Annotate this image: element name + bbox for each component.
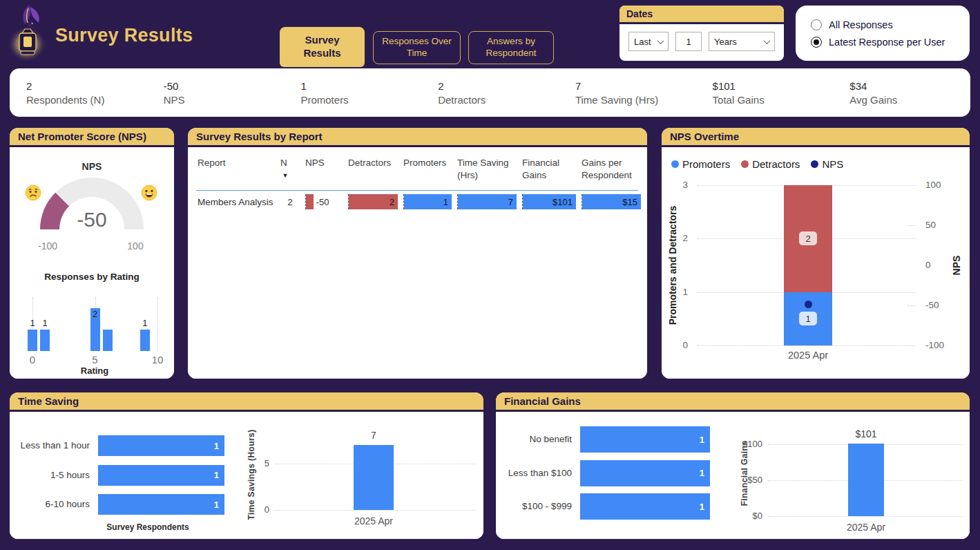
gridline	[275, 510, 475, 511]
kpi-value: $101	[713, 80, 834, 92]
bar-label-promoters: 1	[799, 312, 817, 325]
kpi-label: Detractors	[438, 94, 559, 106]
right-axis-tick: -50	[925, 300, 953, 310]
column-bar-2025-apr[interactable]	[848, 444, 884, 516]
responses-by-rating-chart: 05101121	[10, 147, 174, 379]
financial-gains-title: Financial Gains	[496, 392, 970, 412]
radio-label: All Responses	[829, 19, 893, 30]
gridline	[698, 345, 916, 346]
x-axis-label: 2025 Apr	[832, 522, 901, 533]
histogram-bar[interactable]	[140, 330, 150, 351]
chevron-down-icon	[657, 37, 664, 44]
table-cell-databar: -50	[305, 194, 343, 209]
x-axis-label: 2025 Apr	[339, 515, 408, 527]
date-number-input[interactable]: 1	[675, 32, 702, 51]
x-tick-label: 10	[147, 354, 168, 366]
gridline	[768, 516, 963, 517]
nps-panel-title: Net Promoter Score (NPS)	[10, 128, 174, 147]
column-header-n[interactable]: N▼	[280, 157, 300, 181]
dates-filter-body: Last 1 Years	[619, 24, 784, 59]
tab-survey-results[interactable]: Survey Results	[280, 27, 365, 67]
histogram-bar[interactable]	[28, 330, 37, 351]
report-table-title: Survey Results by Report	[188, 128, 647, 147]
bar-label: 2	[87, 309, 104, 319]
nps-panel: Net Promoter Score (NPS) NPS	[10, 128, 174, 379]
kpi-label: Total Gains	[713, 94, 834, 106]
time-saving-body: Survey Respondents Time Savings (Hours) …	[10, 412, 483, 539]
data-bar[interactable]	[306, 194, 314, 209]
date-operator-value: Last	[634, 37, 651, 47]
report-table-body: ReportN▼NPSDetractorsPromotersTime Savin…	[188, 147, 647, 379]
data-bar[interactable]: 7	[458, 194, 517, 209]
right-axis-tick: 0	[925, 260, 953, 270]
x-axis-label: 2025 Apr	[774, 350, 843, 361]
kpi-strip: 2Respondents (N)-50NPS1Promoters2Detract…	[10, 68, 970, 117]
histogram-bar[interactable]	[40, 330, 50, 351]
table-cell-databar: 1	[403, 194, 452, 209]
kpi-label: NPS	[164, 94, 285, 106]
y-axis-tick: 5	[244, 458, 269, 468]
right-axis-tick: 100	[925, 180, 953, 190]
column-header-time-saving-hrs[interactable]: Time Saving (Hrs)	[457, 157, 517, 181]
kpi-value: 2	[26, 80, 147, 92]
data-bar[interactable]: 2	[349, 194, 398, 209]
column-header-nps[interactable]: NPS	[305, 157, 343, 181]
dates-filter-title: Dates	[619, 6, 784, 24]
financial-monthly-chart: $0$50$100$1012025 Apr	[496, 412, 970, 539]
kpi-value: 7	[575, 80, 696, 92]
left-axis-tick: 2	[669, 233, 688, 243]
table-header-row: ReportN▼NPSDetractorsPromotersTime Savin…	[198, 157, 642, 181]
y-axis-tick: $50	[736, 475, 762, 485]
firefly-lantern-logo	[6, 1, 51, 65]
column-header-gains-per-respondent[interactable]: Gains per Respondent	[582, 157, 641, 181]
column-header-report[interactable]: Report	[198, 157, 275, 181]
date-unit-value: Years	[714, 37, 737, 47]
column-header-financial-gains[interactable]: Financial Gains	[522, 157, 576, 181]
time-saving-monthly-chart: 0572025 Apr	[10, 412, 483, 539]
radio-selected-icon[interactable]	[811, 37, 822, 48]
bar-label-detractors: 2	[799, 231, 817, 245]
right-axis-tick: -100	[925, 340, 953, 350]
radio-option-all-responses[interactable]: All Responses	[811, 19, 970, 30]
response-filter: All ResponsesLatest Response per User	[796, 6, 970, 61]
nps-overtime-panel: NPS Overtime PromotersDetractorsNPS Prom…	[662, 128, 970, 379]
y-axis-tick: $100	[736, 439, 762, 449]
data-bar[interactable]: 1	[404, 194, 452, 209]
tab-responses-over-time[interactable]: Responses Over Time	[373, 31, 461, 64]
report-table-panel: Survey Results by Report ReportN▼NPSDetr…	[188, 128, 647, 379]
left-axis-tick: 1	[669, 287, 688, 297]
bar-value-label: 7	[346, 430, 401, 441]
kpi-detractors: 2Detractors	[421, 80, 559, 106]
column-bar-2025-apr[interactable]	[354, 445, 394, 510]
nps-point[interactable]	[805, 301, 812, 308]
tab-answers-by-respondent[interactable]: Answers by Respondent	[468, 31, 554, 64]
bar-value-label: $101	[838, 428, 894, 439]
gridline-stub	[907, 225, 916, 226]
financial-gains-body: Financial Gains No benefit1Less than $10…	[496, 412, 970, 539]
radio-option-latest-response-per-user[interactable]: Latest Response per User	[811, 37, 970, 48]
date-unit-select[interactable]: Years	[709, 32, 775, 51]
histogram-bar[interactable]	[103, 330, 113, 351]
kpi-value: 2	[438, 80, 559, 92]
left-axis-tick: 3	[669, 180, 688, 190]
sort-descending-icon: ▼	[280, 172, 290, 180]
date-operator-select[interactable]: Last	[628, 32, 669, 51]
x-tick-label: 0	[22, 354, 43, 366]
table-cell-databar: 7	[457, 194, 517, 209]
table-cell-databar: $101	[522, 194, 576, 209]
x-tick-label: 5	[85, 354, 106, 366]
bar-label: 1	[137, 318, 153, 328]
kpi-label: Avg Gains	[849, 94, 970, 106]
dashboard: Survey Results Dates Last 1 Years All Re…	[0, 0, 980, 550]
radio-unselected-icon[interactable]	[811, 19, 822, 30]
column-header-promoters[interactable]: Promoters	[403, 157, 452, 181]
table-row[interactable]: Members Analysis2-50217$101$15	[198, 194, 642, 209]
column-header-detractors[interactable]: Detractors	[348, 157, 398, 181]
header-separator	[196, 190, 638, 191]
gridline	[157, 297, 158, 351]
data-bar[interactable]: $15	[582, 194, 641, 209]
page-title: Survey Results	[55, 25, 193, 46]
data-bar[interactable]: $101	[523, 194, 576, 209]
kpi-nps: -50NPS	[147, 80, 285, 106]
kpi-avg-gains: $34Avg Gains	[833, 80, 970, 106]
